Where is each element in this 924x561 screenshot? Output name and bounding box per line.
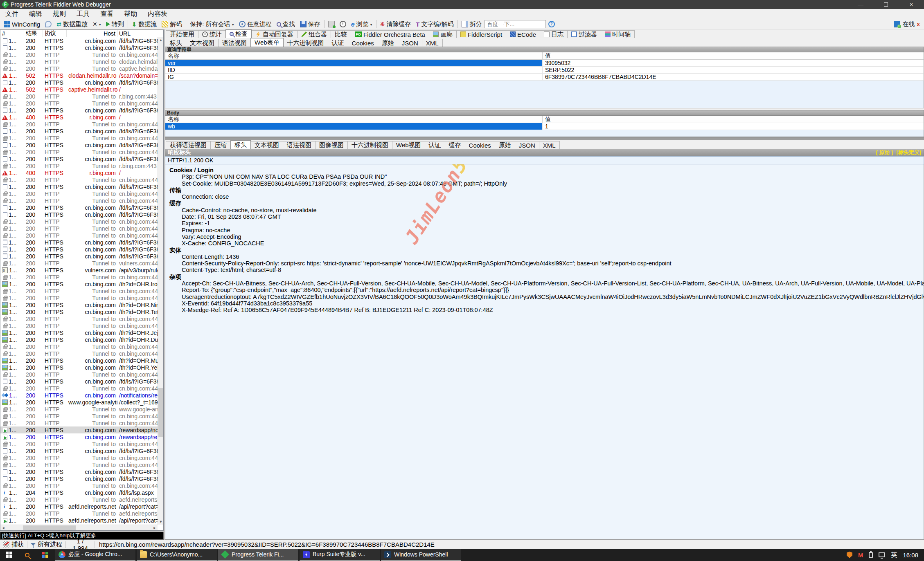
replay-button[interactable]: ⇄ 数据重放 bbox=[54, 20, 90, 29]
tab-统计[interactable]: 统计 bbox=[198, 30, 226, 38]
menu-item-编辑[interactable]: 编辑 bbox=[24, 9, 47, 19]
tab-比较[interactable]: 比较 bbox=[331, 30, 351, 38]
remove-sessions-button[interactable]: ✕ ▾ bbox=[90, 20, 104, 29]
session-row[interactable]: 1...200HTTPTunnel toaefd.nelreports.net:… bbox=[0, 510, 158, 517]
column-header-protocol[interactable]: 协议 bbox=[43, 30, 67, 37]
tab-自动回复器[interactable]: 自动回复器 bbox=[251, 30, 297, 38]
session-row[interactable]: 1...502HTTPSclodan.heimdallr.ro/scan?dom… bbox=[0, 72, 158, 79]
session-row[interactable]: 1...200HTTPSaefd.nelreports.net/api/repo… bbox=[0, 517, 158, 524]
taskbar-app-folder[interactable]: C:\Users\Anonymo... bbox=[137, 549, 217, 561]
taskbar-app-chrome[interactable]: 必应 - Google Chro... bbox=[55, 549, 135, 561]
session-row[interactable]: 1...200HTTPTunnel tocn.bing.com:443 bbox=[0, 274, 158, 280]
session-row[interactable]: 1...200HTTPScn.bing.com/th?id=OHR.Museum… bbox=[0, 357, 158, 364]
session-horizontal-scrollbar[interactable]: ◄ ► bbox=[0, 525, 158, 530]
keep-sessions-button[interactable]: 保持: 所有会话 ▾ bbox=[187, 20, 236, 29]
taskbar-app-fiddler[interactable]: Progress Telerik Fi... bbox=[218, 549, 298, 561]
session-row[interactable]: 1...200HTTPSaefd.nelreports.net/api/repo… bbox=[0, 503, 158, 510]
response-tab-压缩[interactable]: 压缩 bbox=[210, 141, 231, 149]
session-row[interactable]: 1...200HTTPScn.bing.com/fd/ls/l?IG=6F389… bbox=[0, 37, 158, 44]
save-button[interactable]: 保存 bbox=[297, 20, 323, 29]
tab-过滤器[interactable]: 过滤器 bbox=[567, 30, 601, 38]
session-row[interactable]: 1...200HTTPScn.bing.com/fd/ls/l?IG=6F389… bbox=[0, 239, 158, 246]
text-wizard-button[interactable]: T 文字编/解码 bbox=[413, 20, 456, 29]
comment-button[interactable] bbox=[43, 20, 54, 29]
session-row[interactable]: 1...200HTTPSvulners.com/api/v3/burp/rule… bbox=[0, 267, 158, 274]
request-tab-Web表单[interactable]: Web表单 bbox=[250, 38, 284, 47]
session-row[interactable]: 1...200HTTPScn.bing.com/fd/ls/l?IG=6F389… bbox=[0, 447, 158, 454]
session-row[interactable]: 1...200HTTPTunnel toclodan.heimdallr.ro:… bbox=[0, 58, 158, 65]
session-row[interactable]: 1...200HTTPScn.bing.com/fd/ls/l?IG=6F389… bbox=[0, 475, 158, 482]
value-column-header[interactable]: 值 bbox=[543, 52, 924, 59]
minimize-button[interactable]: — bbox=[848, 0, 873, 9]
request-tab-原始[interactable]: 原始 bbox=[378, 39, 398, 47]
menu-item-工具[interactable]: 工具 bbox=[71, 9, 95, 19]
response-tab-十六进制视图[interactable]: 十六进制视图 bbox=[347, 141, 392, 149]
session-row[interactable]: 1...200HTTPScn.bing.com/fd/ls/l?IG=6F389… bbox=[0, 246, 158, 253]
tab-组合器[interactable]: 组合器 bbox=[297, 30, 331, 38]
session-row[interactable]: 1...200HTTPTunnel tocn.bing.com:443 bbox=[0, 197, 158, 204]
scroll-down-arrow[interactable]: ▼ bbox=[158, 519, 164, 525]
session-row[interactable]: 1...200HTTPTunnel tocn.bing.com:443 bbox=[0, 148, 158, 155]
name-column-header[interactable]: 名称 bbox=[165, 116, 543, 123]
timer-button[interactable] bbox=[337, 20, 349, 29]
browse-button[interactable]: e 浏览 ▾ bbox=[349, 20, 375, 29]
session-row[interactable]: 1...200HTTPScn.bing.com/notifications/re… bbox=[0, 392, 158, 399]
session-row[interactable]: 1...200HTTPScn.bing.com/fd/ls/l?IG=6F389… bbox=[0, 183, 158, 190]
maximize-button[interactable] bbox=[873, 0, 899, 9]
session-row[interactable]: 1...200HTTPTunnel tocn.bing.com:443 bbox=[0, 440, 158, 447]
taskbar-grid-button[interactable] bbox=[36, 549, 54, 561]
session-row[interactable]: 1...200HTTPScn.bing.com/fd/ls/l?IG=6F389… bbox=[0, 378, 158, 385]
session-row[interactable]: 1...200HTTPScn.bing.com/fd/ls/l?IG=6F389… bbox=[0, 204, 158, 211]
response-tab-缓存[interactable]: 缓存 bbox=[445, 141, 465, 149]
session-row[interactable]: 1...200HTTPTunnel tocn.bing.com:443 bbox=[0, 461, 158, 468]
session-row[interactable]: 1...200HTTPScn.bing.com/rewardsapp/nchea… bbox=[0, 426, 158, 433]
response-tab-认证[interactable]: 认证 bbox=[425, 141, 445, 149]
find-button[interactable]: 查找 bbox=[274, 20, 297, 29]
input-language[interactable]: 英 bbox=[891, 551, 897, 559]
taskbar-search-button[interactable] bbox=[18, 549, 36, 561]
usb-icon[interactable] bbox=[869, 552, 873, 558]
request-tab-十六进制视图[interactable]: 十六进制视图 bbox=[283, 39, 328, 47]
response-tab-获得语法视图[interactable]: 获得语法视图 bbox=[166, 141, 211, 149]
go-button[interactable]: 转到 bbox=[104, 20, 126, 29]
value-column-header[interactable]: 值 bbox=[543, 116, 924, 123]
session-row[interactable]: 1...200HTTPScn.bing.com/fd/ls/l?IG=6F389… bbox=[0, 211, 158, 218]
close-button[interactable]: × bbox=[899, 0, 924, 9]
winconfig-button[interactable]: WinConfig bbox=[2, 20, 43, 29]
start-button[interactable] bbox=[0, 549, 18, 561]
menu-item-帮助[interactable]: 帮助 bbox=[119, 9, 142, 19]
process-filter-toggle[interactable]: 所有进程 bbox=[27, 540, 65, 549]
kv-row[interactable]: ver39095032 bbox=[165, 60, 924, 67]
kv-row[interactable]: IG6F389970C723446BB8F7CBABD4C2D14E bbox=[165, 74, 924, 81]
column-header-result[interactable]: 结果 bbox=[24, 30, 43, 37]
session-row[interactable]: 1...200HTTPTunnel tocn.bing.com:443 bbox=[0, 135, 158, 141]
session-row[interactable]: 1...200HTTPTunnel tocn.bing.com:443 bbox=[0, 287, 158, 294]
session-row[interactable]: 1...200HTTPTunnel tocn.bing.com:443 bbox=[0, 51, 158, 58]
help-button[interactable]: ? bbox=[546, 20, 557, 29]
taskbar-app-burp[interactable]: Burp Suite专业版 v... bbox=[300, 549, 380, 561]
session-row[interactable]: 1...200HTTPScn.bing.com/rewardsapp/repor… bbox=[0, 433, 158, 440]
kv-row[interactable]: wb1 bbox=[165, 123, 924, 130]
session-row[interactable]: 1...200HTTPScn.bing.com/th?id=OHR.JejuIs… bbox=[0, 329, 158, 336]
session-row[interactable]: 1...200HTTPTunnel tocn.bing.com:443 bbox=[0, 371, 158, 378]
column-header-num[interactable]: # bbox=[0, 30, 24, 37]
session-row[interactable]: 1...200HTTPScn.bing.com/th?id=OHR.Ironwo… bbox=[0, 280, 158, 287]
request-tab-认证[interactable]: 认证 bbox=[328, 39, 348, 47]
tab-时间轴[interactable]: 时间轴 bbox=[601, 30, 635, 38]
session-row[interactable]: 1...200HTTPScn.bing.com/th?id=OHR.Ningal… bbox=[0, 301, 158, 308]
menu-item-规则[interactable]: 规则 bbox=[47, 9, 71, 19]
session-row[interactable]: 1...200HTTPScn.bing.com/fd/ls/l?IG=6F389… bbox=[0, 107, 158, 114]
session-row[interactable]: 1...200HTTPScn.bing.com/fd/ls/l?IG=6F389… bbox=[0, 468, 158, 475]
session-row[interactable]: 1...200HTTPTunnel tocn.bing.com:443 bbox=[0, 322, 158, 329]
tab-ECode[interactable]: ECode bbox=[506, 30, 540, 38]
session-row[interactable]: 1...200HTTPTunnel tocn.bing.com:443 bbox=[0, 350, 158, 357]
security-shield-icon[interactable] bbox=[847, 552, 852, 558]
screenshot-button[interactable] bbox=[326, 20, 337, 29]
session-row[interactable]: 1...200HTTPScn.bing.com/fd/ls/l?IG=6F389… bbox=[0, 155, 158, 162]
request-tab-JSON[interactable]: JSON bbox=[398, 39, 422, 47]
tab-日志[interactable]: 日志 bbox=[540, 30, 568, 38]
request-tab-XML[interactable]: XML bbox=[422, 39, 443, 47]
response-tab-Web视图[interactable]: Web视图 bbox=[392, 141, 425, 149]
capturing-toggle[interactable]: 捕获 bbox=[0, 540, 27, 549]
menu-item-文件[interactable]: 文件 bbox=[0, 9, 24, 19]
